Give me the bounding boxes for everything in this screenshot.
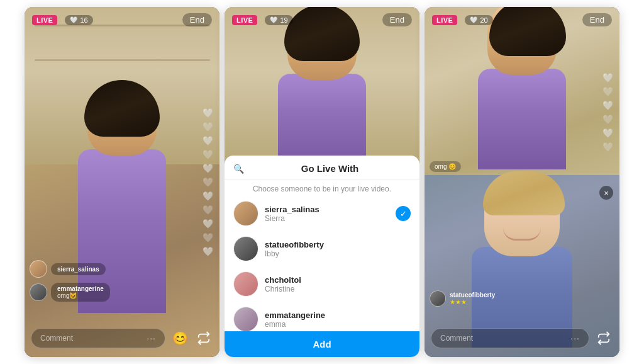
heart-3: 🤍: [203, 135, 213, 145]
three-dots-icon-3[interactable]: ···: [570, 333, 580, 343]
heart-icon-viewer-3: 🤍: [470, 16, 477, 23]
user-realname-3: Christine: [265, 285, 411, 293]
user-username-3: chchoitoi: [265, 275, 411, 285]
user-item-2[interactable]: statueofibberty Ibby: [225, 231, 419, 266]
modal-search-bar: 🔍 Go Live With: [225, 156, 419, 179]
user-info-1: sierra_salinas Sierra: [265, 205, 389, 223]
screen1-bottom-bar: Comment ··· 😊: [25, 323, 219, 357]
heart-s3-5: 🤍: [602, 128, 613, 138]
end-button-2[interactable]: End: [382, 13, 412, 26]
bottom-username: statueofibberty: [450, 292, 495, 299]
top-comment-text: omg 😊: [430, 161, 461, 172]
viewer-number-2: 19: [280, 16, 287, 24]
heart-s3-4: 🤍: [602, 114, 613, 124]
comment-item-1: sierra_salinas: [30, 260, 182, 278]
heart-1: 🤍: [203, 108, 213, 118]
user-avatar-2: [233, 236, 258, 261]
user-item-3[interactable]: chchoitoi Christine: [225, 266, 419, 302]
comment-avatar-1: [30, 260, 47, 278]
heart-7: 🤍: [203, 191, 213, 201]
screens-container: LIVE 🤍 16 End 🤍 🤍 🤍 🤍 🤍 🤍 🤍 🤍 🤍: [0, 0, 644, 364]
screen3-bottom-bar: Comment ···: [425, 323, 619, 357]
comment-input-3[interactable]: Comment ···: [431, 328, 589, 348]
user-info-2: statueofibberty Ibby: [265, 240, 411, 258]
end-button-3[interactable]: End: [582, 13, 612, 26]
heart-8: 🤍: [203, 205, 213, 215]
go-live-with-modal: 🔍 Go Live With Choose someone to be in y…: [225, 156, 419, 357]
heart-2: 🤍: [203, 122, 213, 132]
user-item-1[interactable]: sierra_salinas Sierra ✓: [225, 196, 419, 231]
comment-username-2: emmatangerine: [57, 285, 104, 292]
comment-placeholder-1: Comment: [40, 334, 73, 343]
heart-s3-3: 🤍: [602, 100, 613, 110]
screen2-top-bar: LIVE 🤍 19 End: [225, 7, 419, 33]
heart-s3-6: 🤍: [602, 142, 613, 152]
heart-9: 🤍: [203, 219, 213, 229]
comment-input-1[interactable]: Comment ···: [31, 328, 165, 348]
hearts-area-3: 🤍 🤍 🤍 🤍 🤍 🤍: [602, 72, 613, 152]
close-icon: ×: [599, 186, 613, 200]
heart-5: 🤍: [203, 163, 213, 173]
three-dots-icon-1[interactable]: ···: [147, 333, 156, 343]
heart-4: 🤍: [203, 149, 213, 159]
screen2: LIVE 🤍 19 End 🔍 Go Live With Choose some…: [225, 7, 419, 357]
selected-check-1: ✓: [396, 206, 411, 221]
heart-10: 🤍: [203, 232, 213, 242]
comment-placeholder-3: Comment: [440, 334, 473, 343]
emoji-icon-1[interactable]: 😊: [170, 329, 189, 348]
screen3-overlay: LIVE 🤍 20 End × 🤍 🤍 🤍 🤍 🤍 🤍: [425, 7, 619, 357]
viewer-number-3: 20: [480, 16, 487, 24]
viewer-number-1: 16: [80, 16, 87, 24]
user-item-4[interactable]: emmatangerine emma: [225, 302, 419, 331]
viewer-count-1: 🤍 16: [65, 15, 92, 25]
search-icon-modal: 🔍: [233, 164, 244, 174]
screen3-top-bar: LIVE 🤍 20 End: [425, 7, 619, 33]
user-info-3: chchoitoi Christine: [265, 275, 411, 293]
screen1: LIVE 🤍 16 End 🤍 🤍 🤍 🤍 🤍 🤍 🤍 🤍 🤍: [25, 7, 219, 357]
comment-avatar-2: [30, 283, 47, 301]
modal-title: Go Live With: [249, 163, 411, 174]
comments-overlay-1: sierra_salinas emmatangerine omg🐱: [30, 260, 182, 307]
user-realname-1: Sierra: [265, 214, 389, 223]
comment-text-wrap-1: sierra_salinas: [51, 263, 106, 275]
user-list: sierra_salinas Sierra ✓ statueofibberty …: [225, 196, 419, 331]
split-close-btn[interactable]: ×: [599, 186, 613, 200]
heart-11: 🤍: [203, 246, 213, 256]
end-button-1[interactable]: End: [182, 13, 212, 26]
share-icon-3[interactable]: [594, 329, 613, 348]
modal-subtitle: Choose someone to be in your live video.: [225, 179, 419, 196]
live-badge-2: LIVE: [232, 15, 257, 25]
heart-6: 🤍: [203, 177, 213, 187]
user-username-1: sierra_salinas: [265, 205, 389, 214]
hearts-area-1: 🤍 🤍 🤍 🤍 🤍 🤍 🤍 🤍 🤍 🤍 🤍: [203, 108, 213, 256]
user-info-4: emmatangerine emma: [265, 310, 411, 329]
screen1-top-bar: LIVE 🤍 16 End: [25, 7, 219, 33]
comment-text-wrap-2: emmatangerine omg🐱: [51, 283, 110, 302]
screen3-top-left: LIVE 🤍 20: [432, 15, 493, 25]
heart-s3-2: 🤍: [602, 86, 613, 96]
user-avatar-4: [233, 307, 258, 331]
user-username-2: statueofibberty: [265, 240, 411, 249]
viewer-count-2: 🤍 19: [265, 15, 292, 25]
viewer-count-3: 🤍 20: [465, 15, 492, 25]
live-badge-1: LIVE: [32, 15, 57, 25]
user-realname-4: emma: [265, 320, 411, 329]
heart-icon-viewer-2: 🤍: [270, 16, 277, 23]
screen1-top-left: LIVE 🤍 16: [32, 15, 93, 25]
user-avatar-3: [233, 271, 258, 297]
screen3: LIVE 🤍 20 End × 🤍 🤍 🤍 🤍 🤍 🤍: [425, 7, 619, 357]
bottom-user-info: statueofibberty ★★★: [430, 290, 495, 307]
heart-icon-viewer-1: 🤍: [70, 16, 77, 23]
heart-s3-1: 🤍: [602, 72, 613, 82]
bottom-user-details: statueofibberty ★★★: [450, 292, 495, 305]
share-icon-1[interactable]: [194, 329, 213, 348]
top-comment-s3: omg 😊: [430, 161, 461, 172]
user-avatar-1: [233, 201, 258, 226]
add-button[interactable]: Add: [225, 331, 419, 357]
live-badge-3: LIVE: [432, 15, 457, 25]
comment-item-2: emmatangerine omg🐱: [30, 283, 182, 302]
bottom-user-avatar: [430, 290, 446, 307]
screen1-overlay: LIVE 🤍 16 End 🤍 🤍 🤍 🤍 🤍 🤍 🤍 🤍 🤍: [25, 7, 219, 357]
comment-username-1: sierra_salinas: [57, 266, 99, 273]
user-username-4: emmatangerine: [265, 310, 411, 320]
